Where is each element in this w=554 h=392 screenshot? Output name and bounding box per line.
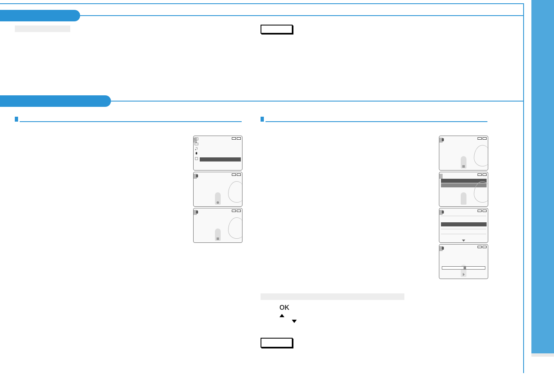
voice-icon <box>195 174 199 179</box>
lcd-left-3 <box>193 208 242 243</box>
svg-rect-9 <box>442 210 444 214</box>
lcd-tag <box>439 174 443 179</box>
note-box-1 <box>261 25 293 34</box>
stop-square-icon <box>217 238 219 240</box>
voice-icon <box>194 152 199 156</box>
svg-rect-0 <box>195 138 198 140</box>
camera-icon <box>194 142 199 146</box>
svg-rect-7 <box>196 210 198 214</box>
sub-rule-right <box>265 121 487 122</box>
play-triangle-icon <box>463 273 465 276</box>
stop-square-icon <box>462 165 465 168</box>
section-tab-mid <box>0 95 111 107</box>
svg-rect-1 <box>195 143 198 145</box>
sub-tick-left <box>15 117 18 122</box>
ok-nav-block: OK <box>279 304 297 324</box>
svg-rect-2 <box>196 142 197 143</box>
voice-icon <box>441 246 445 251</box>
svg-point-3 <box>195 149 196 150</box>
section-tab-top <box>0 10 80 21</box>
page-number-box <box>536 362 549 371</box>
arrow-down-icon <box>292 320 297 323</box>
lcd-right-2 <box>439 172 488 207</box>
sub-rule-left <box>20 121 242 122</box>
svg-rect-6 <box>196 174 198 178</box>
lcd-right-4 <box>439 244 488 279</box>
lcd-left-2 <box>193 172 242 207</box>
lcd-left-1 <box>193 136 242 171</box>
voice-icon <box>195 210 199 215</box>
svg-rect-4 <box>196 152 197 154</box>
sub-tick-right <box>261 117 264 122</box>
subhead-bar <box>15 25 70 32</box>
chevron-down-icon <box>462 240 465 242</box>
ok-label: OK <box>279 304 289 311</box>
arrow-up-icon <box>279 314 284 317</box>
lcd-right-3 <box>439 208 488 243</box>
note-box-2 <box>261 338 293 348</box>
lcd-right-1 <box>439 136 488 171</box>
voice-icon <box>441 138 445 143</box>
play-controls-bar <box>261 293 404 300</box>
progress-bar <box>442 266 485 270</box>
record-dot-icon <box>217 201 219 204</box>
music-icon <box>194 147 199 151</box>
svg-rect-10 <box>442 247 444 250</box>
svg-rect-5 <box>195 157 198 160</box>
voice-icon <box>441 210 445 215</box>
section-rule-mid <box>111 101 524 101</box>
svg-rect-8 <box>442 138 444 141</box>
side-band <box>531 0 554 353</box>
section-rule-top <box>80 15 524 16</box>
movie-icon <box>194 137 199 141</box>
setup-icon <box>194 157 199 161</box>
